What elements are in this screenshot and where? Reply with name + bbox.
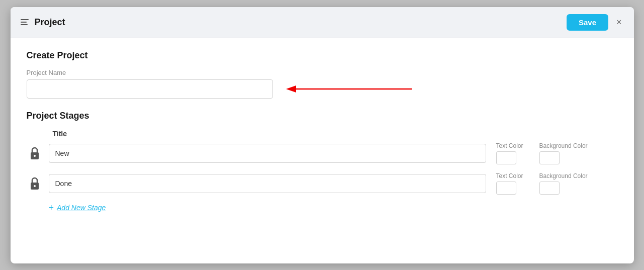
svg-point-5 (34, 185, 36, 187)
save-button[interactable]: Save (567, 14, 608, 31)
list-icon-line-1 (21, 19, 29, 20)
modal-dialog: Project Save × Create Project Project Na… (11, 7, 634, 263)
arrow-indicator (281, 84, 412, 94)
text-color-label-2: Text Color (496, 172, 523, 179)
bg-color-swatch-1[interactable] (539, 151, 560, 164)
stage-name-input-2[interactable] (49, 174, 486, 193)
plus-icon: + (49, 203, 54, 213)
stages-header: Title (27, 129, 618, 138)
project-name-row (27, 79, 618, 99)
stage-row-2: Text Color Background Color (27, 172, 618, 195)
bg-color-label-2: Background Color (539, 172, 588, 179)
modal-header: Project Save × (11, 7, 634, 38)
text-color-group-1: Text Color (496, 142, 523, 164)
project-name-input[interactable] (27, 79, 273, 99)
list-icon (21, 19, 29, 25)
stages-title: Project Stages (27, 111, 618, 121)
svg-point-3 (34, 155, 36, 157)
color-pair-2: Text Color Background Color (492, 172, 588, 195)
list-icon-line-3 (21, 24, 28, 25)
text-color-swatch-2[interactable] (496, 182, 516, 195)
text-color-group-2: Text Color (496, 172, 523, 195)
svg-marker-1 (286, 85, 296, 93)
bg-color-group-1: Background Color (539, 142, 588, 164)
bg-color-label-1: Background Color (539, 142, 588, 149)
lock-icon-2 (27, 175, 43, 192)
create-project-title: Create Project (27, 50, 618, 61)
modal-body: Create Project Project Name Project Stag… (11, 38, 634, 263)
text-color-label-1: Text Color (496, 142, 523, 149)
close-button[interactable]: × (614, 15, 624, 30)
stage-row-1: Text Color Background Color (27, 142, 618, 164)
add-stage-link[interactable]: Add New Stage (57, 204, 106, 212)
lock-icon-1 (27, 145, 43, 161)
modal-title: Project (35, 17, 65, 28)
stage-name-input-1[interactable] (49, 144, 486, 163)
bg-color-swatch-2[interactable] (539, 182, 560, 195)
color-pair-1: Text Color Background Color (492, 142, 588, 164)
bg-color-group-2: Background Color (539, 172, 588, 195)
text-color-swatch-1[interactable] (496, 151, 516, 164)
header-left: Project (21, 17, 65, 28)
stages-section: Project Stages Title (27, 111, 618, 213)
header-right: Save × (567, 14, 624, 31)
arrow-svg (281, 84, 412, 94)
list-icon-line-2 (21, 22, 27, 23)
add-stage-row: + Add New Stage (27, 203, 618, 213)
project-name-label: Project Name (27, 69, 618, 76)
stages-col-title: Title (53, 130, 67, 138)
modal-overlay: Project Save × Create Project Project Na… (0, 0, 644, 270)
